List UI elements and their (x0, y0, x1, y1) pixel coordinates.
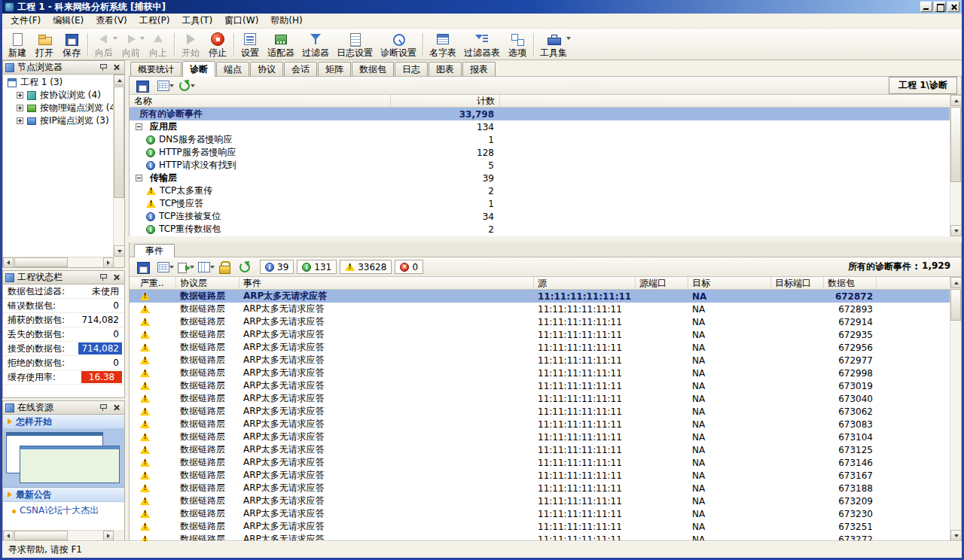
event-row[interactable]: 数据链路层 ARP太多无请求应答 11:11:11:11:11:11 NA 67… (130, 405, 950, 418)
event-row[interactable]: 数据链路层 ARP太多无请求应答 11:11:11:11:11:11 NA 67… (130, 456, 950, 469)
toolbar-button[interactable]: 保存 (58, 29, 85, 59)
tree-vertical-scrollbar[interactable] (113, 75, 124, 257)
pin-icon[interactable] (98, 62, 108, 72)
tree-horizontal-scrollbar[interactable] (3, 257, 114, 267)
tree-item[interactable]: 按物理端点浏览 (4) (3, 102, 113, 114)
menu-item[interactable]: 工程(P) (133, 13, 176, 29)
scroll-down-button[interactable] (950, 530, 962, 541)
dropdown-arrow-icon[interactable] (169, 266, 174, 269)
view-tab[interactable]: 协议 (250, 62, 283, 76)
scroll-up-button[interactable] (950, 95, 962, 106)
dropdown-arrow-icon[interactable] (191, 84, 195, 87)
view-tab[interactable]: 报表 (462, 62, 496, 76)
event-row[interactable]: 数据链路层 ARP太多无请求应答 11:11:11:11:11:11 NA 67… (130, 418, 950, 431)
event-row[interactable]: 数据链路层 ARP太多无请求应答 11:11:11:11:11:11 NA 67… (130, 533, 950, 541)
event-row[interactable]: 数据链路层 ARP太多无请求应答 11:11:11:11:11:11 NA 67… (130, 469, 950, 482)
column-header-source-port[interactable]: 源端口 (636, 277, 688, 289)
event-count-filter[interactable]: 33628 (340, 260, 392, 274)
tree-item[interactable]: 按IP端点浏览 (3) (3, 114, 113, 127)
view-tab[interactable]: 诊断 (182, 61, 215, 77)
column-header-severity[interactable]: 严重.. (130, 277, 176, 289)
column-header-event[interactable]: 事件 (239, 277, 534, 289)
menu-item[interactable]: 帮助(H) (264, 13, 308, 29)
scroll-right-button[interactable] (103, 531, 114, 541)
event-row[interactable]: 数据链路层 ARP太多无请求应答 11:11:11:11:11:11 NA 67… (130, 315, 950, 328)
toolbar-button[interactable]: 过滤器 (298, 29, 333, 59)
column-header-packets[interactable]: 数据包 (824, 277, 877, 289)
toolbar-button[interactable]: 向上 (145, 29, 172, 59)
diagnosis-row[interactable]: HTTP服务器慢响应 128 (130, 146, 950, 159)
resource-preview-image[interactable] (3, 429, 124, 488)
toolbar-button[interactable] (154, 260, 172, 275)
pin-icon[interactable] (98, 272, 108, 282)
toolbar-button[interactable]: 开始 (177, 29, 204, 59)
column-header-target[interactable]: 目标 (688, 277, 771, 289)
event-row[interactable]: 数据链路层 ARP太多无请求应答 11:11:11:11:11:11 NA 67… (130, 495, 950, 507)
event-row[interactable]: 数据链路层 ARP太多无请求应答 11:11:11:11:11:11 NA 67… (130, 443, 950, 456)
diagnosis-vertical-scrollbar[interactable] (950, 95, 961, 236)
event-count-filter[interactable]: 39 (260, 260, 294, 274)
resources-horizontal-scrollbar[interactable] (3, 530, 114, 540)
column-header-name[interactable]: 名称 (130, 95, 391, 107)
toolbar-button[interactable]: 设置 (236, 29, 264, 59)
announcements-link[interactable]: 最新公告 (3, 488, 124, 502)
view-tab[interactable]: 矩阵 (318, 62, 351, 76)
close-button[interactable] (947, 2, 959, 12)
close-icon[interactable] (111, 403, 122, 412)
menu-item[interactable]: 编辑(E) (47, 13, 90, 29)
event-row[interactable]: 数据链路层 ARP太多无请求应答 11:11:11:11:11:11 NA 67… (130, 392, 950, 405)
view-tab[interactable]: 数据包 (352, 62, 394, 76)
toolbar-button[interactable] (531, 29, 536, 59)
expand-icon[interactable] (17, 92, 23, 99)
dropdown-arrow-icon[interactable] (169, 84, 174, 87)
close-icon[interactable] (111, 62, 122, 72)
toolbar-button[interactable]: 工具集 (536, 29, 571, 59)
toolbar-button[interactable]: 选项 (504, 29, 531, 59)
toolbar-button[interactable]: 停止 (204, 29, 231, 59)
event-row[interactable]: 数据链路层 ARP太多无请求应答 11:11:11:11:11:11 NA 67… (130, 328, 950, 341)
diagnosis-row[interactable]: TCP重传数据包 2 (130, 223, 950, 236)
scroll-down-button[interactable] (950, 225, 962, 236)
toolbar-button[interactable] (231, 29, 236, 59)
news-item-link[interactable]: CSNA论坛十大杰出 (3, 502, 124, 530)
event-row[interactable]: 数据链路层 ARP太多无请求应答 11:11:11:11:11:11 NA 67… (130, 303, 950, 315)
event-row[interactable]: 数据链路层 ARP太多无请求应答 11:11:11:11:11:11 NA 67… (130, 431, 950, 443)
scroll-up-button[interactable] (114, 75, 125, 86)
toolbar-button[interactable]: 名字表 (426, 29, 460, 59)
event-row[interactable]: 数据链路层 ARP太多无请求应答 11:11:11:11:11:11 NA 67… (130, 290, 950, 303)
toolbar-button[interactable]: 新建 (4, 29, 31, 59)
event-row[interactable]: 数据链路层 ARP太多无请求应答 11:11:11:11:11:11 NA 67… (130, 507, 950, 520)
menu-item[interactable]: 文件(F) (5, 13, 47, 29)
scroll-thumb[interactable] (950, 289, 961, 321)
toolbar-button[interactable] (215, 260, 233, 275)
diagnosis-row[interactable]: HTTP请求没有找到 5 (130, 159, 950, 172)
horizontal-splitter[interactable] (129, 236, 962, 242)
menu-item[interactable]: 窗口(W) (218, 13, 264, 29)
dropdown-arrow-icon[interactable] (210, 266, 215, 269)
scroll-down-button[interactable] (114, 245, 125, 257)
event-count-filter[interactable]: 131 (297, 260, 337, 274)
event-count-filter[interactable]: 0 (395, 260, 423, 274)
view-tab[interactable]: 端点 (216, 62, 249, 76)
toolbar-button[interactable] (420, 29, 426, 59)
dropdown-arrow-icon[interactable] (566, 37, 571, 40)
toolbar-button[interactable]: 日志设置 (333, 29, 377, 59)
scroll-thumb[interactable] (14, 257, 68, 267)
tree-item[interactable]: 工程 1 (3) (3, 76, 113, 89)
event-row[interactable]: 数据链路层 ARP太多无请求应答 11:11:11:11:11:11 NA 67… (130, 379, 950, 392)
toolbar-button[interactable]: 向后 (90, 29, 117, 59)
diagnosis-row[interactable]: 传输层 39 (130, 172, 950, 184)
collapse-icon[interactable] (136, 175, 142, 181)
toolbar-button[interactable]: 适配器 (264, 29, 298, 59)
diagnosis-row[interactable]: TCP连接被复位 34 (130, 210, 950, 223)
expand-icon[interactable] (17, 117, 23, 124)
toolbar-button[interactable] (133, 78, 151, 93)
expand-icon[interactable] (17, 105, 23, 111)
menu-item[interactable]: 查看(V) (90, 13, 133, 29)
toolbar-button[interactable]: 打开 (31, 29, 58, 59)
toolbar-button[interactable] (175, 260, 193, 275)
minimize-button[interactable] (920, 2, 932, 12)
dropdown-arrow-icon[interactable] (190, 266, 194, 269)
toolbar-button[interactable]: 诊断设置 (377, 29, 420, 59)
column-header-layer[interactable]: 协议层 (176, 277, 239, 289)
